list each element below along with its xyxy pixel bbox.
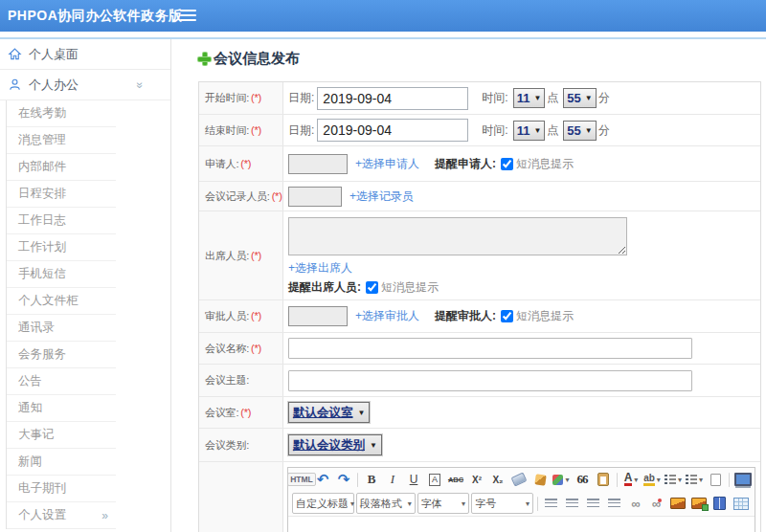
unordered-list-icon[interactable]: ▾ <box>685 470 704 489</box>
sidebar-subitem[interactable]: 新闻 <box>7 449 116 476</box>
underline-button[interactable]: U ▾ <box>404 470 423 489</box>
align-center-icon[interactable]: ▾ <box>563 494 582 513</box>
chevron-down-icon: ▾ <box>526 499 529 508</box>
start-minute-select[interactable]: 55▼ <box>563 88 596 108</box>
sidebar-subitem-label: 内部邮件 <box>18 159 66 175</box>
unlink-icon[interactable]: ∞ ▾ <box>647 494 666 513</box>
sidebar-subitem[interactable]: 内部邮件 <box>7 154 116 181</box>
sidebar-subitem[interactable]: 个人文件柜 <box>7 288 116 315</box>
toolbar-item[interactable]: ▾ <box>729 473 730 487</box>
sidebar-subitem[interactable]: 工作计划 <box>7 234 116 261</box>
custom-title-select[interactable]: 自定义标题 ▾ <box>292 493 354 514</box>
sidebar-subitem[interactable]: 会务服务 <box>7 342 116 368</box>
sidebar-subitem-label: 电子期刊 <box>18 480 66 497</box>
row-recorder: 会议记录人员:(*) +选择记录员 <box>199 182 760 211</box>
fullscreen-icon[interactable]: ▾ <box>733 470 753 489</box>
align-right-icon[interactable]: ▾ <box>584 494 603 513</box>
eraser-icon[interactable]: ▾ <box>509 470 529 489</box>
meeting-subject-input[interactable] <box>288 370 692 391</box>
link-icon[interactable]: ∞ ▾ <box>626 494 645 513</box>
superscript-button[interactable]: X² ▾ <box>467 470 486 489</box>
upload-image-icon[interactable]: ▾ <box>689 494 709 513</box>
sidebar-subitem[interactable]: 手机短信 <box>7 261 116 288</box>
applicant-sms-checkbox[interactable] <box>501 158 513 170</box>
field-label: 审批人员:(*) <box>205 309 261 323</box>
end-hour-select[interactable]: 11▼ <box>513 121 546 141</box>
toolbar-item[interactable]: ▾ <box>357 473 358 487</box>
toolbar-item[interactable]: ▾ <box>537 497 538 511</box>
insert-image-icon[interactable]: ▾ <box>668 494 687 513</box>
highlight-color-button[interactable]: ab ▾ <box>642 470 662 489</box>
align-justify-icon[interactable]: ▾ <box>605 494 624 513</box>
sidebar-subitem-label: 通讯录 <box>18 320 55 336</box>
new-page-icon[interactable]: ▾ <box>706 470 725 489</box>
approver-sms-checkbox[interactable] <box>501 310 513 322</box>
font-size-select[interactable]: 字号 ▾ <box>471 493 533 514</box>
sidebar-subitem[interactable]: 大事记 <box>7 422 116 449</box>
toolbar-item[interactable]: ▾ <box>617 473 618 487</box>
approver-input[interactable] <box>288 306 348 326</box>
date-label: 日期: <box>288 122 314 139</box>
html-source-button[interactable]: HTML ▾ <box>292 470 311 489</box>
insert-table-icon[interactable]: ▾ <box>732 494 751 513</box>
sidebar-subitem[interactable]: 在线考勤 <box>7 100 116 127</box>
user-icon <box>8 78 22 92</box>
align-left-icon[interactable]: ▾ <box>542 494 561 513</box>
chevron-down-icon: ▾ <box>408 499 412 508</box>
sidebar-item-label: 个人桌面 <box>29 46 79 63</box>
meeting-form: 开始时间:(*) 日期: 时间: 11▼ 点 55▼ 分 结束时间:(*) 日期… <box>198 81 761 532</box>
font-box-button[interactable]: A ▾ <box>425 470 444 489</box>
meeting-room-select[interactable]: 默认会议室▼ <box>288 402 370 423</box>
start-date-input[interactable] <box>317 87 468 110</box>
end-date-input[interactable] <box>317 119 468 142</box>
row-meeting-subject: 会议主题: <box>199 365 760 397</box>
sidebar-subitem[interactable]: 电子期刊 <box>7 476 116 502</box>
row-editor: HTML ▾ ↶ ▾ ↷ ▾ <box>199 462 760 532</box>
select-approver-link[interactable]: +选择审批人 <box>355 308 419 324</box>
chevron-down-icon: ▾ <box>565 476 569 484</box>
italic-button[interactable]: I ▾ <box>383 470 402 489</box>
sidebar-item-office[interactable]: 个人办公 » <box>0 70 170 100</box>
sidebar-subitem[interactable]: 通知 <box>7 395 116 422</box>
select-recorder-link[interactable]: +选择记录员 <box>349 188 414 205</box>
bold-button[interactable]: B ▾ <box>362 470 381 489</box>
meeting-category-select[interactable]: 默认会议类别▼ <box>288 434 382 455</box>
subscript-button[interactable]: X₂ ▾ <box>488 470 507 489</box>
sidebar-subitem[interactable]: 工作日志 <box>7 208 116 234</box>
sidebar-subitem[interactable]: 公告 <box>7 368 116 395</box>
select-applicant-link[interactable]: +选择申请人 <box>355 156 419 172</box>
row-applicant: 申请人:(*) +选择申请人 提醒申请人: 短消息提示 <box>199 146 760 182</box>
sidebar-subitem[interactable]: 通讯录 <box>7 315 116 342</box>
insert-media-icon[interactable]: ▾ <box>710 494 730 513</box>
clean-format-icon[interactable]: ▾ <box>530 470 550 489</box>
paste-icon[interactable]: ▾ <box>594 470 613 489</box>
remind-applicant-label: 提醒申请人: <box>435 156 496 172</box>
end-minute-select[interactable]: 55▼ <box>563 121 596 141</box>
menu-icon[interactable] <box>180 8 196 23</box>
editor-toolbar-row1: HTML ▾ ↶ ▾ ↷ ▾ <box>288 468 755 491</box>
ordered-list-icon[interactable]: ▾ <box>664 470 683 489</box>
attendees-textarea[interactable] <box>288 217 627 255</box>
strikethrough-button[interactable]: ABC ▾ <box>446 470 465 489</box>
sidebar-item-settings[interactable]: 个人设置 » <box>7 502 116 529</box>
applicant-input[interactable] <box>288 154 348 174</box>
blockquote-button[interactable]: 66 ▾ <box>573 470 592 489</box>
paragraph-format-select[interactable]: 段落格式 ▾ <box>356 493 416 514</box>
sidebar-subitem[interactable]: 日程安排 <box>7 181 116 208</box>
row-start-time: 开始时间:(*) 日期: 时间: 11▼ 点 55▼ 分 <box>199 82 760 115</box>
editor-content-area[interactable] <box>288 517 755 532</box>
start-hour-select[interactable]: 11▼ <box>513 88 546 108</box>
font-color-button[interactable]: A ▾ <box>621 470 641 489</box>
row-approver: 审批人员:(*) +选择审批人 提醒审批人: 短消息提示 <box>199 300 760 333</box>
select-attendees-link[interactable]: +选择出席人 <box>288 260 352 277</box>
sidebar-subitem-label: 个人设置 <box>18 507 66 523</box>
font-family-select[interactable]: 字体 ▾ <box>417 493 469 514</box>
sidebar-subitem[interactable]: 消息管理 <box>7 127 116 154</box>
sidebar-item-desktop[interactable]: 个人桌面 <box>0 39 170 70</box>
undo-icon[interactable]: ↶ ▾ <box>313 470 332 489</box>
redo-icon[interactable]: ↷ ▾ <box>334 470 353 489</box>
recorder-input[interactable] <box>288 187 342 207</box>
attendees-sms-checkbox[interactable] <box>366 281 378 294</box>
format-painter-icon[interactable]: ▾ <box>552 470 571 489</box>
meeting-name-input[interactable] <box>288 338 692 359</box>
